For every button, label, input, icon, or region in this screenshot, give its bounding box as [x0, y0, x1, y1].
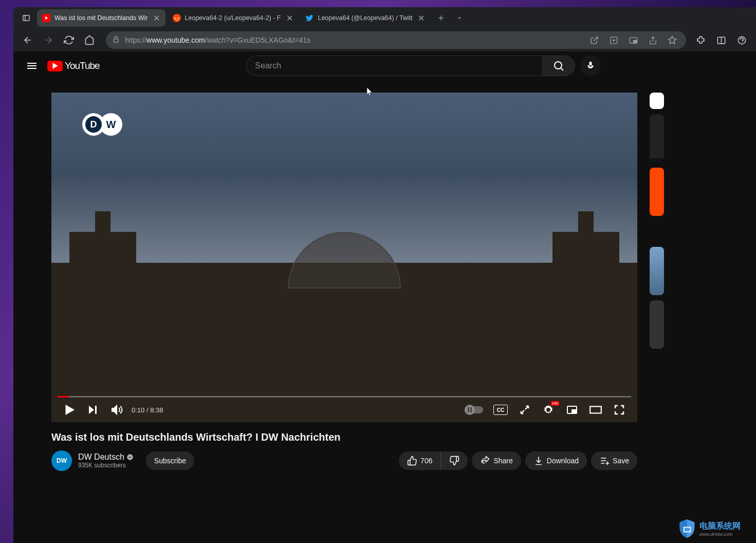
- close-icon[interactable]: ✕: [417, 13, 426, 23]
- split-screen-button[interactable]: [712, 31, 730, 49]
- share-page-icon[interactable]: [645, 32, 660, 48]
- subscriber-count: 935K subscribers: [78, 462, 134, 469]
- save-button[interactable]: Save: [591, 451, 637, 470]
- svg-rect-8: [114, 39, 118, 42]
- watermark-url: www.dnxtw.com: [699, 532, 741, 537]
- back-button[interactable]: [19, 31, 37, 49]
- watermark-text: 电脑系统网: [699, 521, 741, 532]
- theater-button[interactable]: [584, 398, 607, 422]
- video-frame-dome: [288, 232, 401, 288]
- install-icon[interactable]: [606, 32, 621, 48]
- svg-line-16: [561, 68, 563, 70]
- content-area: D W 0:10 / 8:38: [13, 80, 756, 471]
- channel-name[interactable]: DW Deutsch: [78, 452, 134, 462]
- svg-rect-0: [23, 15, 29, 21]
- lock-icon: [112, 35, 120, 45]
- voice-search-button[interactable]: [580, 56, 601, 76]
- tab-youtube[interactable]: Was ist los mit Deutschlands Wir ✕: [37, 9, 165, 27]
- video-player[interactable]: D W 0:10 / 8:38: [51, 93, 637, 422]
- related-thumbnail[interactable]: [650, 168, 664, 216]
- refresh-button[interactable]: [60, 31, 78, 49]
- tabs-menu-button[interactable]: [452, 10, 467, 26]
- youtube-icon: [42, 14, 50, 22]
- search-input[interactable]: [246, 56, 542, 76]
- watermark: 电脑系统网 www.dnxtw.com: [678, 518, 741, 539]
- dw-logo: D W: [82, 113, 123, 136]
- svg-rect-18: [572, 410, 576, 412]
- expand-button[interactable]: [513, 398, 537, 422]
- address-bar[interactable]: https://www.youtube.com/watch?v=GxuED5LX…: [106, 31, 686, 49]
- settings-button[interactable]: HD: [537, 398, 560, 422]
- url-text: https://www.youtube.com/watch?v=GxuED5LX…: [125, 36, 310, 44]
- svg-rect-27: [685, 528, 690, 531]
- guide-menu-button[interactable]: [22, 56, 42, 76]
- tab-strip: Was ist los mit Deutschlands Wir ✕ Leope…: [13, 7, 756, 29]
- svg-rect-19: [590, 407, 601, 413]
- video-meta-row: DW DW Deutsch 935K subscribers Subscribe: [51, 450, 637, 471]
- tab-twitter[interactable]: Leopeva64 (@Leopeva64) / Twitt ✕: [300, 9, 430, 27]
- youtube-logo[interactable]: YouTube: [47, 60, 100, 71]
- tab-title: Was ist los mit Deutschlands Wir: [54, 14, 148, 22]
- reddit-icon: [173, 14, 181, 22]
- tab-title: Leopeva64-2 (u/Leopeva64-2) - F: [185, 14, 281, 22]
- svg-point-5: [177, 17, 179, 19]
- channel-info: DW Deutsch 935K subscribers: [78, 452, 134, 469]
- favorite-icon[interactable]: [665, 32, 680, 48]
- verified-icon: [126, 454, 134, 461]
- search-container: [120, 56, 727, 76]
- share-button[interactable]: Share: [472, 451, 521, 470]
- close-icon[interactable]: ✕: [285, 13, 294, 23]
- twitter-icon: [305, 14, 314, 22]
- open-external-icon[interactable]: [586, 32, 602, 48]
- pip-icon[interactable]: [625, 32, 641, 48]
- youtube-logo-text: YouTube: [65, 60, 100, 71]
- copilot-button[interactable]: [732, 31, 751, 49]
- channel-avatar[interactable]: DW: [51, 450, 72, 471]
- forward-button[interactable]: [39, 31, 58, 49]
- youtube-page: YouTube: [13, 51, 756, 543]
- svg-point-4: [175, 17, 176, 19]
- cursor-icon: [367, 87, 373, 97]
- subscribe-button[interactable]: Subscribe: [146, 451, 194, 470]
- fullscreen-button[interactable]: [607, 398, 631, 422]
- video-frame-pediment: [267, 288, 421, 319]
- volume-button[interactable]: [105, 398, 128, 422]
- dislike-button[interactable]: [440, 451, 468, 470]
- autoplay-toggle[interactable]: [465, 406, 483, 413]
- close-icon[interactable]: ✕: [152, 13, 161, 23]
- play-button[interactable]: [58, 398, 81, 422]
- tab-title: Leopeva64 (@Leopeva64) / Twitt: [318, 14, 412, 22]
- shield-icon: [678, 518, 696, 539]
- video-frame-tower: [552, 232, 619, 319]
- hd-badge: HD: [551, 401, 559, 406]
- related-thumbnail[interactable]: [650, 247, 664, 295]
- youtube-play-icon: [47, 61, 63, 71]
- new-tab-button[interactable]: [433, 10, 449, 26]
- secondary-column: [650, 93, 664, 471]
- next-button[interactable]: [81, 398, 105, 422]
- home-button[interactable]: [80, 31, 99, 49]
- related-thumbnail[interactable]: [650, 114, 664, 162]
- player-controls: 0:10 / 8:38 CC HD: [51, 397, 637, 422]
- filter-chip[interactable]: [650, 93, 664, 109]
- download-button[interactable]: Download: [525, 451, 587, 470]
- miniplayer-button[interactable]: [560, 398, 584, 422]
- video-title: Was ist los mit Deutschlands Wirtschaft?…: [51, 431, 637, 443]
- svg-point-3: [173, 14, 181, 22]
- svg-rect-11: [633, 40, 636, 42]
- captions-button[interactable]: CC: [493, 405, 508, 415]
- browser-toolbar: https://www.youtube.com/watch?v=GxuED5LX…: [13, 29, 756, 51]
- tab-actions-button[interactable]: [17, 9, 35, 27]
- svg-point-15: [555, 62, 562, 69]
- like-button[interactable]: 706: [399, 451, 440, 470]
- related-thumbnail[interactable]: [650, 300, 664, 349]
- time-display: 0:10 / 8:38: [132, 406, 163, 414]
- youtube-header: YouTube: [13, 51, 756, 80]
- search-button[interactable]: [542, 56, 575, 76]
- like-dislike-group: 706: [399, 451, 468, 470]
- video-frame-tower: [69, 232, 136, 319]
- tab-reddit[interactable]: Leopeva64-2 (u/Leopeva64-2) - F ✕: [168, 9, 299, 27]
- primary-column: D W 0:10 / 8:38: [51, 93, 637, 471]
- extensions-button[interactable]: [691, 31, 710, 49]
- browser-window: Was ist los mit Deutschlands Wir ✕ Leope…: [13, 7, 756, 543]
